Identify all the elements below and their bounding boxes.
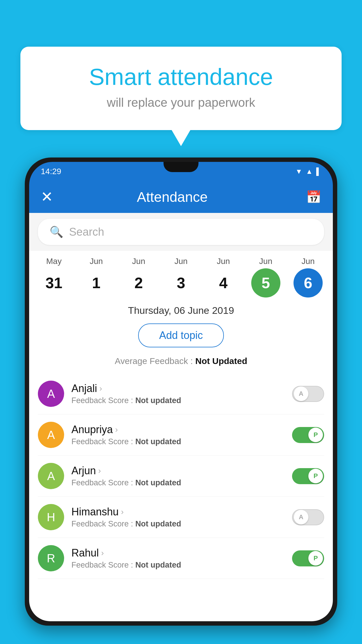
toggle-knob: P bbox=[308, 551, 323, 566]
date-column[interactable]: Jun2 bbox=[120, 257, 158, 298]
bubble-subtitle: will replace your paperwork bbox=[44, 96, 318, 110]
status-time: 14:29 bbox=[41, 167, 61, 176]
signal-icon: ▲ bbox=[306, 167, 313, 176]
student-list: AAnjali ›Feedback Score : Not updatedAAA… bbox=[29, 373, 333, 579]
date-column[interactable]: Jun6 bbox=[289, 257, 327, 298]
feedback-score: Feedback Score : Not updated bbox=[71, 561, 285, 570]
feedback-score: Feedback Score : Not updated bbox=[71, 519, 285, 528]
wifi-icon: ▼ bbox=[295, 167, 302, 176]
phone-outer: 14:29 ▼ ▲ ▌ ✕ Attendance 📅 🔍 bbox=[25, 158, 337, 626]
chevron-icon: › bbox=[99, 384, 102, 393]
date-month-label: Jun bbox=[301, 257, 314, 266]
toggle-container[interactable]: P bbox=[292, 468, 324, 484]
toggle-knob: P bbox=[308, 469, 323, 483]
phone-screen: 14:29 ▼ ▲ ▌ ✕ Attendance 📅 🔍 bbox=[29, 162, 333, 621]
date-column[interactable]: Jun1 bbox=[77, 257, 115, 298]
date-month-label: Jun bbox=[132, 257, 145, 266]
calendar-icon[interactable]: 📅 bbox=[306, 190, 321, 204]
status-bar: 14:29 ▼ ▲ ▌ bbox=[29, 162, 333, 181]
avatar: A bbox=[38, 463, 64, 489]
feedback-label: Average Feedback : bbox=[115, 356, 195, 366]
phone-wrapper: 14:29 ▼ ▲ ▌ ✕ Attendance 📅 🔍 bbox=[25, 158, 337, 644]
student-name: Anjali › bbox=[71, 382, 285, 395]
speech-bubble-container: Smart attendance will replace your paper… bbox=[20, 47, 342, 130]
avatar: A bbox=[38, 422, 64, 448]
chevron-icon: › bbox=[98, 466, 101, 475]
toggle-knob: P bbox=[308, 428, 323, 442]
date-month-label: Jun bbox=[259, 257, 272, 266]
date-month-label: Jun bbox=[90, 257, 103, 266]
battery-icon: ▌ bbox=[316, 167, 321, 176]
calendar-strip: May31Jun1Jun2Jun3Jun4Jun5Jun6 bbox=[29, 251, 333, 300]
date-column[interactable]: Jun4 bbox=[204, 257, 242, 298]
date-number[interactable]: 4 bbox=[209, 268, 238, 298]
toggle-container[interactable]: P bbox=[292, 427, 324, 443]
feedback-score: Feedback Score : Not updated bbox=[71, 437, 285, 446]
avatar: A bbox=[38, 381, 64, 407]
chevron-icon: › bbox=[101, 548, 104, 558]
selected-date: Thursday, 06 June 2019 bbox=[29, 300, 333, 318]
date-number[interactable]: 3 bbox=[166, 268, 196, 298]
date-month-label: May bbox=[46, 257, 62, 266]
student-item[interactable]: AAnjali ›Feedback Score : Not updatedA bbox=[38, 373, 324, 414]
attendance-toggle[interactable]: A bbox=[292, 509, 324, 525]
search-bar[interactable]: 🔍 Search bbox=[38, 219, 324, 245]
attendance-toggle[interactable]: A bbox=[292, 386, 324, 402]
student-info: Himanshu ›Feedback Score : Not updated bbox=[71, 506, 285, 528]
attendance-toggle[interactable]: P bbox=[292, 550, 324, 566]
student-info: Anjali ›Feedback Score : Not updated bbox=[71, 382, 285, 405]
chevron-icon: › bbox=[121, 507, 124, 517]
speech-bubble: Smart attendance will replace your paper… bbox=[20, 47, 342, 130]
student-info: Arjun ›Feedback Score : Not updated bbox=[71, 465, 285, 487]
add-topic-button[interactable]: Add topic bbox=[138, 323, 224, 347]
content-area: 🔍 Search May31Jun1Jun2Jun3Jun4Jun5Jun6 T… bbox=[29, 213, 333, 621]
student-info: Rahul ›Feedback Score : Not updated bbox=[71, 547, 285, 570]
add-topic-container: Add topic bbox=[29, 318, 333, 353]
feedback-score: Feedback Score : Not updated bbox=[71, 396, 285, 405]
student-item[interactable]: HHimanshu ›Feedback Score : Not updatedA bbox=[38, 497, 324, 538]
attendance-toggle[interactable]: P bbox=[292, 427, 324, 443]
student-name: Arjun › bbox=[71, 465, 285, 477]
app-bar: ✕ Attendance 📅 bbox=[29, 181, 333, 213]
toggle-knob: A bbox=[294, 386, 308, 401]
date-number[interactable]: 5 bbox=[251, 268, 280, 298]
feedback-score: Feedback Score : Not updated bbox=[71, 478, 285, 487]
toggle-container[interactable]: P bbox=[292, 550, 324, 566]
app-bar-title: Attendance bbox=[62, 189, 283, 205]
student-item[interactable]: AArjun ›Feedback Score : Not updatedP bbox=[38, 456, 324, 497]
date-column[interactable]: Jun3 bbox=[162, 257, 200, 298]
date-number[interactable]: 6 bbox=[294, 268, 323, 298]
date-column[interactable]: Jun5 bbox=[247, 257, 285, 298]
date-number[interactable]: 31 bbox=[39, 268, 68, 298]
bubble-title: Smart attendance bbox=[44, 64, 318, 90]
chevron-icon: › bbox=[115, 425, 118, 434]
toggle-container[interactable]: A bbox=[292, 509, 324, 525]
search-container: 🔍 Search bbox=[29, 213, 333, 251]
student-name: Rahul › bbox=[71, 547, 285, 559]
toggle-knob: A bbox=[294, 510, 308, 524]
feedback-value: Not Updated bbox=[195, 356, 247, 366]
avatar: H bbox=[38, 504, 64, 530]
student-info: Anupriya ›Feedback Score : Not updated bbox=[71, 424, 285, 446]
date-month-label: Jun bbox=[174, 257, 187, 266]
date-number[interactable]: 2 bbox=[124, 268, 153, 298]
feedback-summary: Average Feedback : Not Updated bbox=[29, 353, 333, 373]
toggle-container[interactable]: A bbox=[292, 386, 324, 402]
search-icon: 🔍 bbox=[50, 225, 63, 238]
close-button[interactable]: ✕ bbox=[41, 190, 53, 204]
student-name: Anupriya › bbox=[71, 424, 285, 436]
search-input[interactable]: Search bbox=[69, 226, 104, 238]
attendance-toggle[interactable]: P bbox=[292, 468, 324, 484]
date-month-label: Jun bbox=[217, 257, 230, 266]
avatar: R bbox=[38, 545, 64, 571]
date-column[interactable]: May31 bbox=[35, 257, 73, 298]
student-name: Himanshu › bbox=[71, 506, 285, 518]
status-icons: ▼ ▲ ▌ bbox=[295, 167, 321, 176]
student-item[interactable]: RRahul ›Feedback Score : Not updatedP bbox=[38, 538, 324, 579]
date-number[interactable]: 1 bbox=[82, 268, 111, 298]
student-item[interactable]: AAnupriya ›Feedback Score : Not updatedP bbox=[38, 414, 324, 456]
